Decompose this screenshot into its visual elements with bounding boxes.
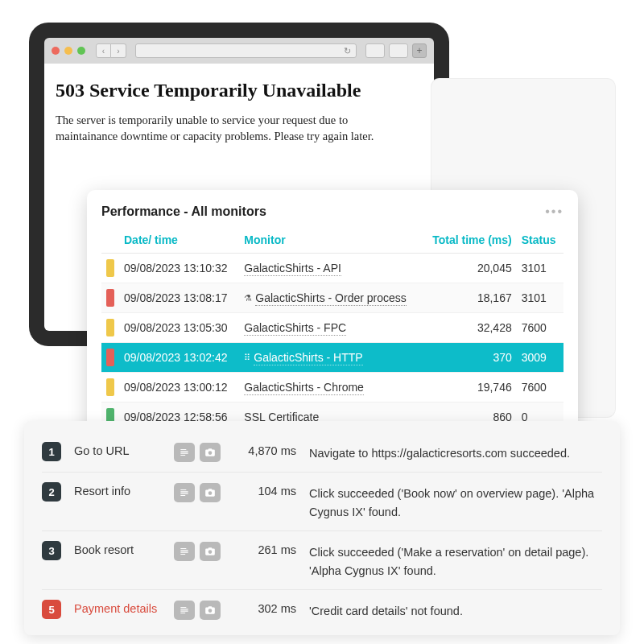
nav-back-button[interactable]: ‹	[96, 43, 111, 58]
status-color-icon	[106, 319, 114, 336]
cell-total-time: 19,746	[422, 373, 516, 402]
panel-title: Performance - All monitors	[101, 204, 266, 219]
col-monitor[interactable]: Monitor	[239, 229, 422, 254]
step-message: Click succeeded ('Book now' on overview …	[309, 482, 602, 521]
cell-datetime: 09/08/2023 13:00:12	[119, 373, 239, 402]
step-duration: 302 ms	[233, 600, 296, 615]
status-color-icon	[106, 259, 114, 277]
reload-icon[interactable]: ↻	[344, 46, 351, 56]
cell-total-time: 20,045	[422, 254, 516, 283]
cell-status: 7600	[517, 373, 564, 402]
transaction-steps-card: 1Go to URL4,870 msNavigate to https://ga…	[24, 421, 620, 635]
cell-monitor[interactable]: GalacticShirts - Chrome	[239, 373, 422, 402]
step-number-badge: 5	[42, 600, 61, 619]
log-icon[interactable]	[174, 443, 195, 462]
cell-datetime: 09/08/2023 13:05:30	[119, 313, 239, 343]
status-color-icon	[106, 289, 114, 307]
new-tab-button[interactable]: +	[412, 43, 427, 58]
log-icon[interactable]	[174, 542, 195, 561]
cell-monitor[interactable]: ⠿GalacticShirts - HTTP	[239, 343, 422, 373]
step-duration: 4,870 ms	[233, 442, 296, 457]
col-status[interactable]: Status	[517, 229, 564, 254]
screenshot-icon[interactable]	[200, 542, 221, 561]
cell-status: 7600	[517, 313, 564, 343]
window-zoom-icon[interactable]	[77, 47, 85, 55]
screenshot-icon[interactable]	[200, 483, 221, 502]
step-message: 'Credit card details' not found.	[309, 600, 602, 620]
status-color-icon	[106, 378, 114, 396]
cell-status: 3101	[517, 283, 564, 313]
table-row[interactable]: 09/08/2023 13:10:32GalacticShirts - API2…	[101, 254, 564, 283]
browser-chrome-bar: ‹ › ↻ +	[44, 38, 434, 64]
screenshot-icon[interactable]	[200, 601, 221, 620]
cell-datetime: 09/08/2023 13:02:42	[119, 343, 239, 373]
table-row[interactable]: 09/08/2023 13:05:30GalacticShirts - FPC3…	[101, 313, 564, 343]
cell-monitor[interactable]: GalacticShirts - FPC	[239, 313, 422, 343]
status-color-icon	[106, 349, 114, 366]
error-body: The server is temporarily unable to serv…	[56, 113, 402, 144]
step-name: Resort info	[74, 482, 161, 497]
table-row[interactable]: 09/08/2023 13:02:42⠿GalacticShirts - HTT…	[101, 343, 564, 373]
log-icon[interactable]	[174, 483, 195, 502]
window-close-icon[interactable]	[52, 47, 60, 55]
nav-back-forward: ‹ ›	[96, 43, 126, 58]
col-datetime[interactable]: Date/ time	[119, 229, 239, 254]
step-number-badge: 1	[42, 442, 61, 461]
drag-handle-icon: ⠿	[244, 353, 250, 363]
traffic-lights	[52, 47, 85, 55]
step-row[interactable]: 5Payment details302 ms'Credit card detai…	[42, 590, 602, 630]
col-total[interactable]: Total time (ms)	[422, 229, 516, 254]
step-message: Navigate to https://galacticresorts.com …	[309, 442, 602, 462]
cell-datetime: 09/08/2023 13:08:17	[119, 283, 239, 313]
step-duration: 261 ms	[233, 541, 296, 556]
nav-forward-button[interactable]: ›	[111, 43, 126, 58]
step-row[interactable]: 2Resort info104 msClick succeeded ('Book…	[42, 473, 602, 531]
step-message: Click succeeded ('Make a reservation' on…	[309, 541, 602, 580]
cell-total-time: 32,428	[422, 313, 516, 343]
cell-monitor[interactable]: GalacticShirts - API	[239, 254, 422, 283]
flask-icon: ⚗	[244, 293, 252, 303]
log-icon[interactable]	[174, 601, 195, 620]
step-number-badge: 2	[42, 482, 61, 502]
cell-datetime: 09/08/2023 13:10:32	[119, 254, 239, 283]
window-minimize-icon[interactable]	[64, 47, 72, 55]
cell-status: 3009	[517, 343, 564, 373]
browser-tab[interactable]	[389, 43, 408, 58]
cell-total-time: 370	[422, 343, 516, 373]
step-name: Book resort	[74, 541, 161, 556]
browser-tab[interactable]	[365, 43, 385, 58]
cell-status: 3101	[517, 254, 564, 283]
cell-total-time: 18,167	[422, 283, 516, 313]
step-duration: 104 ms	[233, 482, 296, 497]
screenshot-icon[interactable]	[200, 443, 221, 462]
table-row[interactable]: 09/08/2023 13:08:17⚗GalacticShirts - Ord…	[101, 283, 564, 313]
step-name: Payment details	[74, 600, 161, 615]
error-title: 503 Service Temporarily Unavailable	[56, 80, 423, 101]
step-number-badge: 3	[42, 541, 61, 560]
step-name: Go to URL	[74, 442, 161, 457]
step-row[interactable]: 3Book resort261 msClick succeeded ('Make…	[42, 531, 602, 590]
url-bar[interactable]: ↻	[135, 43, 357, 58]
more-options-icon[interactable]: •••	[545, 204, 564, 219]
step-row[interactable]: 1Go to URL4,870 msNavigate to https://ga…	[42, 432, 602, 473]
cell-monitor[interactable]: ⚗GalacticShirts - Order process	[239, 283, 422, 313]
table-row[interactable]: 09/08/2023 13:00:12GalacticShirts - Chro…	[101, 373, 564, 402]
